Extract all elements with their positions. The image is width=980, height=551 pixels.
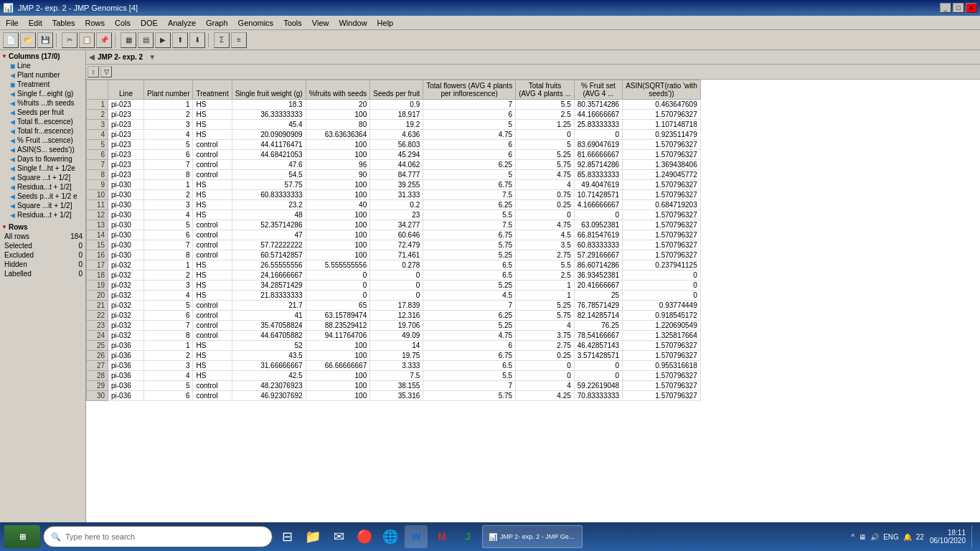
table-row[interactable]: 11pi-0303HS23.2400.26.250.254.1666666670… <box>87 200 701 210</box>
header-pct-fruits[interactable]: %fruits with seeds <box>306 80 370 100</box>
table-row[interactable]: 14pi-0306control4710060.6466.754.566.815… <box>87 230 701 240</box>
header-total-fruits[interactable]: Total fruits(AVG 4 plants ... <box>516 80 575 100</box>
table-row[interactable]: 28pi-0364HS42.51007.55.5001.570796327 <box>87 371 701 381</box>
taskbar-time[interactable]: 18:11 06/10/2020 <box>930 529 966 545</box>
menu-item-help[interactable]: Help <box>373 17 398 29</box>
table-row[interactable]: 23pi-0327control35.4705882488.2352941219… <box>87 321 701 331</box>
table-row[interactable]: 19pi-0323HS34.28571429005.25120.41666667… <box>87 281 701 291</box>
table-row[interactable]: 25pi-0361HS521001462.7546.428571431.5707… <box>87 341 701 351</box>
menu-item-tools[interactable]: Tools <box>279 17 306 29</box>
table-row[interactable]: 13pi-0305control52.3571428610034.2777.54… <box>87 220 701 230</box>
menu-item-doe[interactable]: DOE <box>136 17 162 29</box>
table-row[interactable]: 7pi-0237control47.69644.0626.255.7592.85… <box>87 160 701 170</box>
paste-button[interactable]: 📌 <box>96 32 112 48</box>
table-row[interactable]: 6pi-0236control44.6842105310045.29465.25… <box>87 150 701 160</box>
rows-section-title[interactable]: ▼ Rows <box>1 222 84 232</box>
word-icon[interactable]: W <box>405 525 428 548</box>
header-pct-fruit-set[interactable]: % Fruit set(AVG 4 ... <box>574 80 622 100</box>
table-row[interactable]: 20pi-0324HS21.83333333004.51250 <box>87 291 701 301</box>
tool4[interactable]: ⬆ <box>172 32 188 48</box>
table-row[interactable]: 4pi-0234HS20.0909090963.636363644.6364.7… <box>87 130 701 140</box>
table-row[interactable]: 15pi-0307control57.7222222210072.4795.75… <box>87 240 701 250</box>
header-total-flowers[interactable]: Total flowers (AVG 4 plantsper infloresc… <box>423 80 516 100</box>
tool7[interactable]: ≡ <box>231 32 247 48</box>
table-row[interactable]: 10pi-0302HS60.8333333310031.3337.50.7510… <box>87 190 701 200</box>
menu-item-rows[interactable]: Rows <box>81 17 110 29</box>
app1-icon[interactable]: M <box>430 525 453 548</box>
table-row[interactable]: 5pi-0235control44.4117647110056.8036583.… <box>87 140 701 150</box>
chrome-icon[interactable]: 🌐 <box>379 525 402 548</box>
table-row[interactable]: 8pi-0238control54.59084.77754.7585.83333… <box>87 170 701 180</box>
header-spf[interactable]: Seeds per fruit <box>370 80 423 100</box>
mail-icon[interactable]: ✉ <box>327 525 350 548</box>
copy-button[interactable]: 📋 <box>79 32 95 48</box>
menu-item-analyze[interactable]: Analyze <box>164 17 200 29</box>
tool2[interactable]: ▤ <box>138 32 154 48</box>
tool3[interactable]: ▶ <box>155 32 171 48</box>
column-item-12[interactable]: ◀Square ...t + 1/2] <box>1 173 84 182</box>
taskbar-app-jmp[interactable]: 📊 JMP 2- exp. 2 - JMP Ge... <box>482 525 583 548</box>
table-row[interactable]: 16pi-0308control60.5714285710071.4615.25… <box>87 250 701 260</box>
header-asin[interactable]: ASIN(SQRT(ratio 'withseeds')) <box>623 80 701 100</box>
column-item-9[interactable]: ◀ASIN(S... seeds')) <box>1 145 84 154</box>
tool1[interactable]: ▦ <box>121 32 136 48</box>
column-item-0[interactable]: ◼Line <box>1 61 84 70</box>
cut-button[interactable]: ✂ <box>62 32 77 48</box>
menu-item-edit[interactable]: Edit <box>24 17 47 29</box>
table-row[interactable]: 21pi-0325control21.76517.83975.2576.7857… <box>87 301 701 311</box>
column-item-10[interactable]: ◀Days to flowering <box>1 154 84 164</box>
header-plant[interactable]: Plant number <box>144 80 193 100</box>
save-button[interactable]: 💾 <box>37 32 53 48</box>
app2-icon[interactable]: J <box>456 525 479 548</box>
column-item-5[interactable]: ◀Seeds per fruit <box>1 108 84 117</box>
table-row[interactable]: 18pi-0322HS24.16666667006.52.536.9345238… <box>87 270 701 281</box>
table-row[interactable]: 17pi-0321HS26.555555565.5555555560.2786.… <box>87 260 701 270</box>
explorer-icon[interactable]: 📁 <box>301 525 324 548</box>
table-row[interactable]: 22pi-0326control4163.1578947412.3166.255… <box>87 311 701 321</box>
table-row[interactable]: 12pi-0304HS48100235.5001.570796327 <box>87 210 701 220</box>
tool5[interactable]: ⬇ <box>189 32 205 48</box>
close-button[interactable]: ✕ <box>966 3 977 13</box>
taskbar-search-box[interactable]: 🔍 Type here to search <box>43 526 273 547</box>
menu-item-tables[interactable]: Tables <box>48 17 80 29</box>
header-rownum[interactable] <box>87 80 108 100</box>
header-treatment[interactable]: Treatment <box>193 80 232 100</box>
data-area[interactable]: ◀ JMP 2- exp. 2 ▼ ↕ ▽ Line Plant number … <box>86 50 980 522</box>
filter-button[interactable]: ▽ <box>100 66 112 77</box>
table-row[interactable]: 27pi-0363HS31.6666666766.666666673.3336.… <box>87 361 701 371</box>
column-item-1[interactable]: ◀Plant number <box>1 70 84 80</box>
data-arrow-down[interactable]: ▼ <box>149 53 156 61</box>
column-item-4[interactable]: ◀%fruits ...th seeds <box>1 98 84 108</box>
tool6[interactable]: Σ <box>214 32 230 48</box>
header-line[interactable]: Line <box>108 80 144 100</box>
menu-item-view[interactable]: View <box>308 17 334 29</box>
menu-item-window[interactable]: Window <box>334 17 371 29</box>
sort-button[interactable]: ↕ <box>88 66 99 77</box>
acrobat-icon[interactable]: 🔴 <box>353 525 376 548</box>
column-item-7[interactable]: ◀Total fr...escence) <box>1 126 84 136</box>
table-row[interactable]: 3pi-0233HS45.48019.251.2525.833333331.10… <box>87 120 701 130</box>
column-item-6[interactable]: ◀Total fl...escence) <box>1 117 84 126</box>
taskview-button[interactable]: ⊟ <box>275 525 298 548</box>
table-row[interactable]: 9pi-0301HS57.7510039.2556.75449.40476191… <box>87 180 701 190</box>
column-item-15[interactable]: ◀Square ...it + 1/2] <box>1 201 84 210</box>
table-row[interactable]: 29pi-0365control48.2307692310038.1557459… <box>87 381 701 391</box>
minimize-button[interactable]: _ <box>940 3 951 13</box>
column-item-8[interactable]: ◀% Fruit ...scence) <box>1 136 84 145</box>
columns-section-title[interactable]: ▼ Columns (17/0) <box>1 52 84 61</box>
notification-icon[interactable]: 🔔 <box>903 533 912 541</box>
new-button[interactable]: 📄 <box>3 32 19 48</box>
table-row[interactable]: 1pi-0231HS18.3200.975.580.357142860.4636… <box>87 100 701 110</box>
restore-button[interactable]: □ <box>953 3 964 13</box>
menu-item-cols[interactable]: Cols <box>110 17 135 29</box>
table-row[interactable]: 30pi-0366control46.9230769210035.3165.75… <box>87 391 701 401</box>
show-desktop-button[interactable] <box>971 525 976 548</box>
menu-item-genomics[interactable]: Genomics <box>234 17 278 29</box>
column-item-2[interactable]: ◼Treatment <box>1 80 84 89</box>
column-item-11[interactable]: ◀Single f...ht + 1/2e <box>1 164 84 173</box>
menu-item-file[interactable]: File <box>1 17 23 29</box>
header-sfw[interactable]: Single fruit weight (g) <box>232 80 306 100</box>
table-row[interactable]: 24pi-0328control44.6470588294.1176470649… <box>87 331 701 341</box>
start-button[interactable]: ⊞ <box>4 525 40 548</box>
data-arrow-left[interactable]: ◀ <box>89 53 95 61</box>
